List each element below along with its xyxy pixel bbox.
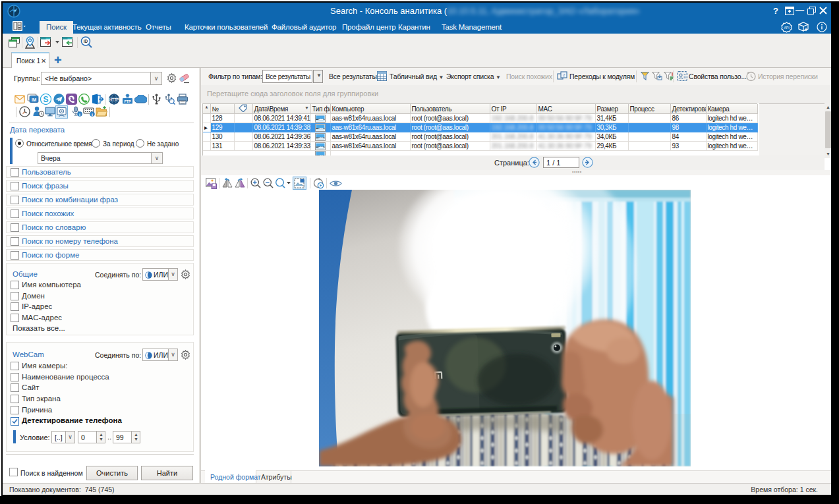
svg-text:FTP: FTP [124,99,131,103]
svg-text:S: S [43,95,48,104]
svg-text:API: API [784,26,789,30]
svg-text:ID: ID [84,39,88,43]
svg-text:i: i [92,112,93,117]
svg-text:HTTP: HTTP [109,98,119,101]
svg-text:IM: IM [32,98,36,102]
svg-text:i: i [79,112,80,117]
